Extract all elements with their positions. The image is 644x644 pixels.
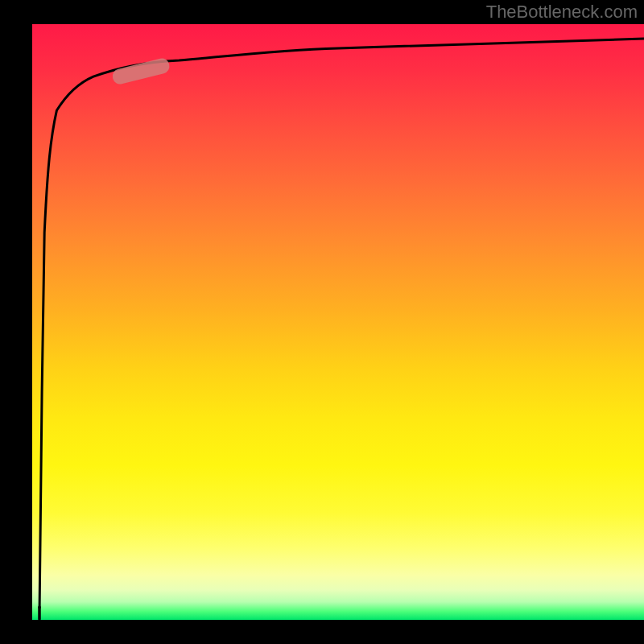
plot-area <box>32 24 644 620</box>
chart-frame: TheBottleneck.com <box>0 0 644 644</box>
attribution-label: TheBottleneck.com <box>486 2 638 23</box>
curve-layer <box>32 24 644 620</box>
main-curve <box>39 39 644 608</box>
svg-rect-0 <box>111 57 171 86</box>
highlight-segment <box>111 57 171 86</box>
